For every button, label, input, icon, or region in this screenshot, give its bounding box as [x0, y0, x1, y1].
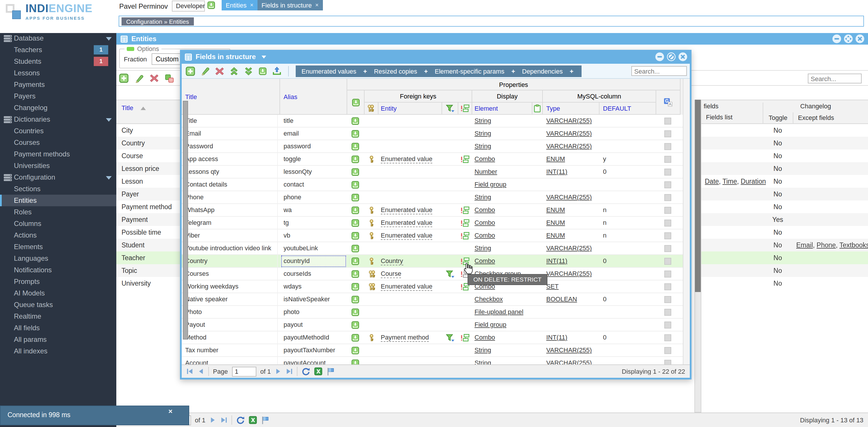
element-link[interactable]: Combo: [474, 232, 495, 239]
command-add-button[interactable]: +: [509, 67, 517, 75]
field-row-isNativeSpeaker[interactable]: Native speakerisNativeSpeakerCheckboxBOO…: [182, 293, 683, 306]
table-row[interactable]: No: [701, 277, 868, 290]
sidebar-item-actions[interactable]: Actions: [0, 229, 116, 241]
entity-link[interactable]: Course: [381, 270, 401, 278]
column-header-except-fields[interactable]: Except fields: [793, 112, 868, 124]
table-row[interactable]: No: [701, 149, 868, 162]
table-row[interactable]: NoEmail, Phone, Textbooks: [701, 239, 868, 252]
table-row-university[interactable]: University: [116, 277, 186, 290]
row-checkbox[interactable]: [664, 271, 671, 278]
table-row[interactable]: Yes: [701, 213, 868, 226]
type-link[interactable]: VARCHAR(255): [546, 194, 592, 200]
link-email[interactable]: Email: [796, 241, 813, 249]
field-row-countryId[interactable]: CountrycountryIdCountryComboINT(11)0: [182, 255, 683, 268]
element-link[interactable]: Combo: [474, 155, 495, 162]
sidebar-item-students[interactable]: Students1: [0, 56, 116, 67]
import-button[interactable]: [259, 67, 267, 75]
table-row-student[interactable]: Student: [116, 239, 186, 252]
type-link[interactable]: ENUM: [546, 155, 565, 162]
field-alias-cell[interactable]: email: [283, 127, 346, 140]
row-checkbox[interactable]: [664, 245, 671, 252]
link-textbooks[interactable]: Textbooks: [839, 241, 868, 249]
delete-field-button[interactable]: [215, 67, 224, 75]
table-row-payment-method[interactable]: Payment method: [116, 200, 186, 213]
element-link[interactable]: Combo: [474, 257, 495, 264]
on-delete-rule-icon[interactable]: [461, 334, 470, 342]
sidebar-item-all-params[interactable]: All params: [0, 334, 116, 345]
field-alias-cell[interactable]: courseIds: [283, 268, 346, 280]
column-header-fields-list[interactable]: Fields list: [706, 114, 733, 120]
column-header-alias[interactable]: Alias: [280, 79, 347, 115]
entity-link[interactable]: Enumerated value: [381, 232, 433, 240]
table-row-teacher[interactable]: Teacher: [116, 252, 186, 264]
modal-header[interactable]: Fields in structure: [182, 50, 690, 64]
table-row-possible-time[interactable]: Possible time: [116, 226, 186, 239]
row-checkbox[interactable]: [664, 232, 671, 239]
column-header-default[interactable]: DEFAULT: [599, 103, 656, 115]
sidebar-item-elements[interactable]: Elements: [0, 241, 116, 253]
field-row-lessonQty[interactable]: Lessons qtylessonQtyNumberINT(11)0: [182, 166, 683, 178]
field-alias-cell[interactable]: vb: [283, 229, 346, 242]
type-link[interactable]: VARCHAR(255): [546, 346, 592, 353]
field-row-email[interactable]: EmailemailStringVARCHAR(255): [182, 127, 683, 140]
element-link[interactable]: String: [474, 143, 491, 149]
column-header-title[interactable]: Title: [122, 104, 133, 111]
edit-field-button[interactable]: [201, 67, 210, 75]
element-link[interactable]: Combo: [474, 206, 495, 213]
field-alias-cell[interactable]: youtubeLink: [283, 242, 346, 255]
row-checkbox[interactable]: [664, 283, 671, 290]
minimize-button[interactable]: [832, 34, 841, 44]
field-alias-cell[interactable]: title: [283, 115, 346, 127]
field-alias-cell[interactable]: countryId: [281, 255, 347, 268]
search-input[interactable]: [808, 74, 862, 83]
row-checkbox[interactable]: [664, 321, 671, 329]
field-alias-cell[interactable]: tg: [283, 217, 346, 229]
type-link[interactable]: VARCHAR(255): [546, 117, 592, 124]
field-alias-cell[interactable]: wa: [283, 204, 346, 217]
element-link[interactable]: String: [474, 245, 491, 252]
field-row-payoutTaxNumber[interactable]: Tax numberpayoutTaxNumberStringVARCHAR(2…: [182, 344, 683, 357]
element-link[interactable]: Checkbox: [474, 295, 503, 303]
field-alias-cell[interactable]: payoutTaxNumber: [283, 344, 346, 357]
element-link[interactable]: File-upload panel: [474, 308, 523, 315]
modal-grid-vscrollbar[interactable]: [683, 79, 690, 364]
table-row[interactable]: No: [701, 137, 868, 149]
field-row-title[interactable]: TitletitleStringVARCHAR(255): [182, 115, 683, 127]
maximize-button[interactable]: [844, 34, 853, 44]
delete-button[interactable]: [150, 74, 159, 82]
field-alias-cell[interactable]: password: [283, 140, 346, 153]
command-button-dependencies[interactable]: Dependencies: [522, 67, 563, 75]
sidebar-item-all-indexes[interactable]: All indexes: [0, 345, 116, 357]
type-link[interactable]: SET: [546, 283, 559, 290]
sidebar-item-payment-methods[interactable]: Payment methods: [0, 148, 116, 160]
field-alias-cell[interactable]: isNativeSpeaker: [283, 293, 346, 306]
element-link[interactable]: String: [474, 359, 491, 364]
sidebar-item-payments[interactable]: Payments: [0, 79, 116, 90]
entity-link[interactable]: Enumerated value: [381, 206, 433, 215]
type-link[interactable]: VARCHAR(255): [546, 130, 592, 137]
field-row-wdays[interactable]: Working weekdayswdaysEnumerated valueCom…: [182, 280, 683, 293]
row-checkbox[interactable]: [664, 207, 671, 214]
tab-close-icon[interactable]: ×: [315, 2, 318, 8]
element-link[interactable]: Field group: [474, 321, 506, 328]
minimize-button[interactable]: [655, 52, 664, 61]
row-checkbox[interactable]: [664, 347, 671, 354]
type-link[interactable]: VARCHAR(255): [546, 359, 592, 364]
flag-button[interactable]: [327, 367, 335, 376]
add-field-button[interactable]: [186, 66, 195, 76]
sidebar-item-courses[interactable]: Courses: [0, 137, 116, 148]
sidebar-item-database[interactable]: Database: [0, 33, 116, 44]
sidebar-item-payers[interactable]: Payers: [0, 90, 116, 102]
entity-link[interactable]: Enumerated value: [381, 283, 433, 291]
table-row[interactable]: No: [701, 226, 868, 239]
sidebar-item-countries[interactable]: Countries: [0, 125, 116, 137]
command-button-enumerated-values[interactable]: Enumerated values: [302, 67, 356, 75]
sidebar-item-all-fields[interactable]: All fields: [0, 322, 116, 334]
field-alias-cell[interactable]: payout: [283, 319, 346, 332]
table-row[interactable]: No: [701, 124, 868, 137]
scrollbar-thumb[interactable]: [695, 99, 701, 292]
sidebar-item-configuration[interactable]: Configuration: [0, 171, 116, 183]
pager-prev-button[interactable]: [197, 368, 204, 375]
field-row-vb[interactable]: VibervbEnumerated valueComboENUMn: [182, 229, 683, 242]
element-link[interactable]: Combo: [474, 219, 495, 226]
